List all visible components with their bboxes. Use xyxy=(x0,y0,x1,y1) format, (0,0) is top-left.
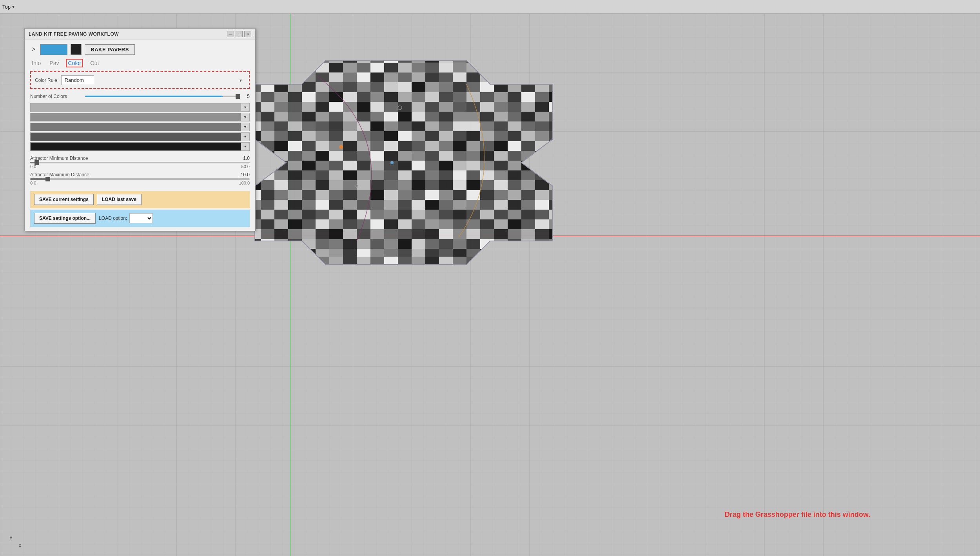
attractor-max-block: Attractor Maximum Distance 10.0 0.0 100.… xyxy=(30,172,250,185)
swatch-dropdown-1[interactable]: ▼ xyxy=(241,103,250,112)
number-of-colors-thumb[interactable] xyxy=(236,94,240,99)
dialog-controls: — □ ✕ xyxy=(227,31,251,37)
attractor-max-label: Attractor Maximum Distance xyxy=(30,172,101,177)
dialog-titlebar: LAND KIT FREE PAVING WORKFLOW — □ ✕ xyxy=(25,29,255,40)
attractor-min-value: 1.0 xyxy=(243,156,250,161)
number-of-colors-row: Number of Colors 5 xyxy=(30,94,250,99)
load-option-wrapper: LOAD option: xyxy=(99,213,153,223)
attractor-max-range: 0.0 100.0 xyxy=(30,181,250,185)
swatch-dropdown-2[interactable]: ▼ xyxy=(241,113,250,121)
color-swatch-blue[interactable] xyxy=(40,44,67,55)
swatch-row-4: ▼ xyxy=(30,132,250,141)
x-axis-label: x xyxy=(19,543,21,548)
swatch-bar-2[interactable] xyxy=(30,113,241,121)
attractor-min-range: 0.0 50.0 xyxy=(30,164,250,169)
swatch-row-5: ▼ xyxy=(30,142,250,151)
minimize-button[interactable]: — xyxy=(227,31,234,37)
number-of-colors-fill xyxy=(85,96,223,97)
attractor-min-thumb[interactable] xyxy=(34,160,39,165)
load-option-label: LOAD option: xyxy=(99,216,127,221)
color-rule-row: Color Rule Random Gradient Solid Custom xyxy=(35,75,245,85)
attractor-max-label-row: Attractor Maximum Distance 10.0 xyxy=(30,172,250,177)
attractor-min-max: 50.0 xyxy=(241,164,250,169)
options-section: SAVE settings option... LOAD option: xyxy=(30,210,250,227)
svg-point-348 xyxy=(390,161,394,164)
color-rule-label: Color Rule xyxy=(35,78,57,83)
options-row: SAVE settings option... LOAD option: xyxy=(34,213,246,224)
attractor-max-thumb[interactable] xyxy=(45,177,50,181)
dialog-body: > BAKE PAVERS Info Pav Color Out Color R… xyxy=(25,40,255,231)
tab-info[interactable]: Info xyxy=(30,59,42,67)
attractor-max-min: 0.0 xyxy=(30,181,36,185)
top-row: > BAKE PAVERS xyxy=(30,44,250,55)
attractor-max-max: 100.0 xyxy=(239,181,250,185)
save-section: SAVE current settings LOAD last save xyxy=(30,191,250,208)
dialog-window: LAND KIT FREE PAVING WORKFLOW — □ ✕ > BA… xyxy=(24,28,256,231)
save-settings-option-button[interactable]: SAVE settings option... xyxy=(34,213,96,224)
top-arrow[interactable]: ▼ xyxy=(11,5,15,9)
number-of-colors-track[interactable] xyxy=(85,96,238,97)
swatch-dropdown-4[interactable]: ▼ xyxy=(241,132,250,141)
attractor-min-label: Attractor Minimum Distance xyxy=(30,156,101,161)
swatch-row-1: ▼ xyxy=(30,103,250,112)
swatch-bar-5[interactable] xyxy=(30,142,241,151)
maximize-button[interactable]: □ xyxy=(236,31,243,37)
swatch-row-3: ▼ xyxy=(30,123,250,131)
swatch-bar-3[interactable] xyxy=(30,123,241,131)
color-swatch-black[interactable] xyxy=(71,44,82,55)
save-row: SAVE current settings LOAD last save xyxy=(34,194,246,205)
swatch-dropdown-5[interactable]: ▼ xyxy=(241,142,250,151)
svg-rect-342 xyxy=(247,53,561,272)
svg-point-347 xyxy=(339,145,343,149)
attractor-section: Attractor Minimum Distance 1.0 0.0 50.0 … xyxy=(30,156,250,185)
attractor-max-value: 10.0 xyxy=(241,172,250,177)
load-option-select[interactable] xyxy=(129,213,153,223)
color-swatches-list: ▼ ▼ ▼ ▼ ▼ xyxy=(30,103,250,151)
top-label: Top xyxy=(2,4,11,10)
color-rule-section: Color Rule Random Gradient Solid Custom xyxy=(30,71,250,89)
attractor-min-block: Attractor Minimum Distance 1.0 0.0 50.0 xyxy=(30,156,250,169)
drag-grasshopper-text: Drag the Grasshopper file into this wind… xyxy=(725,511,870,519)
bake-pavers-button[interactable]: BAKE PAVERS xyxy=(85,44,134,55)
attractor-max-track[interactable] xyxy=(30,178,250,180)
close-button[interactable]: ✕ xyxy=(244,31,251,37)
tab-color[interactable]: Color xyxy=(66,59,83,67)
paver-visualization: // This won't run in SVG context, tiles … xyxy=(247,53,568,280)
dialog-title: LAND KIT FREE PAVING WORKFLOW xyxy=(29,31,119,37)
swatch-row-2: ▼ xyxy=(30,113,250,121)
swatch-bar-1[interactable] xyxy=(30,103,241,112)
attractor-min-label-row: Attractor Minimum Distance 1.0 xyxy=(30,156,250,161)
topbar: Top ▼ xyxy=(0,0,980,14)
load-last-save-button[interactable]: LOAD last save xyxy=(97,194,142,205)
swatch-dropdown-3[interactable]: ▼ xyxy=(241,123,250,131)
y-axis-label: y xyxy=(10,535,12,540)
swatch-bar-4[interactable] xyxy=(30,132,241,141)
number-of-colors-label: Number of Colors xyxy=(30,94,81,99)
tabs-row: Info Pav Color Out xyxy=(30,59,250,67)
number-of-colors-value: 5 xyxy=(242,94,250,99)
attractor-min-track[interactable] xyxy=(30,162,250,163)
save-current-settings-button[interactable]: SAVE current settings xyxy=(34,194,94,205)
color-rule-select[interactable]: Random Gradient Solid Custom xyxy=(61,75,94,85)
tab-out[interactable]: Out xyxy=(89,59,101,67)
color-rule-select-wrapper: Random Gradient Solid Custom xyxy=(61,75,245,85)
tab-pav[interactable]: Pav xyxy=(48,59,60,67)
expand-arrow[interactable]: > xyxy=(30,46,37,53)
